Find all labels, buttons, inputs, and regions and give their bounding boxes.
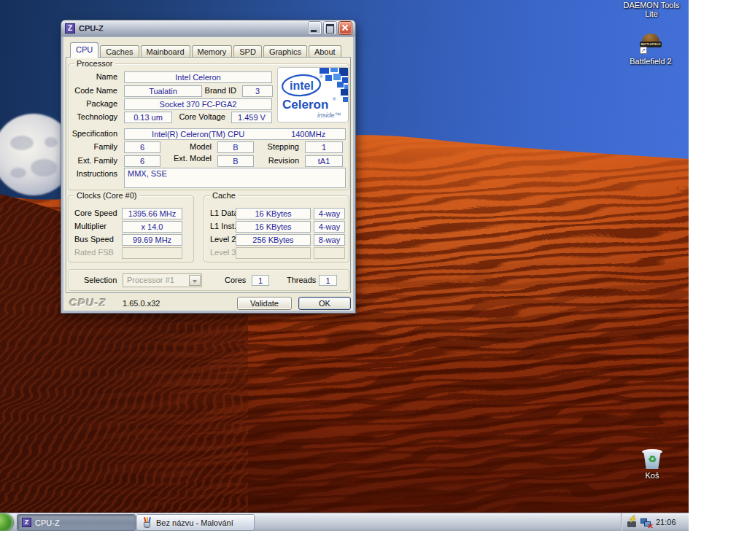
cpuz-window: Z CPU-Z CPU Caches Mainboard Memory SPD … bbox=[61, 20, 355, 313]
network-offline-tray-icon[interactable]: ✕ bbox=[640, 517, 652, 528]
desktop: DAEMON Tools Lite BATTLEFIELD ↗ Battlefi… bbox=[0, 0, 689, 531]
minimize-button[interactable] bbox=[309, 22, 321, 34]
cpuz-icon: Z bbox=[22, 518, 31, 527]
tab-cpu[interactable]: CPU bbox=[70, 42, 98, 58]
specification-text: Intel(R) Celeron(TM) CPU bbox=[125, 129, 271, 139]
icon-label: Battlefield 2 bbox=[627, 57, 675, 66]
chevron-down-icon bbox=[189, 275, 201, 286]
tab-mainboard[interactable]: Mainboard bbox=[141, 45, 190, 58]
intel-wordmark: intel bbox=[290, 79, 314, 92]
taskbar-button-cpuz[interactable]: Z CPU-Z bbox=[18, 515, 135, 530]
tab-graphics[interactable]: Graphics bbox=[263, 45, 307, 58]
intel-celeron-logo: intel ® Celeron ® inside™ bbox=[277, 67, 349, 122]
level2-assoc-field: 8-way bbox=[314, 234, 345, 246]
level2-label: Level 2 bbox=[210, 235, 236, 244]
name-field: Intel Celeron bbox=[124, 71, 272, 83]
model-label: Model bbox=[156, 142, 214, 152]
cup-shape bbox=[144, 522, 150, 528]
desktop-icon-battlefield2[interactable]: BATTLEFIELD ↗ Battlefield 2 bbox=[627, 32, 675, 66]
version-text: 1.65.0.x32 bbox=[123, 299, 160, 308]
validate-button[interactable]: Validate bbox=[237, 297, 292, 310]
core-speed-field: 1395.66 MHz bbox=[122, 208, 182, 219]
instructions-field: MMX, SSE bbox=[124, 168, 346, 188]
close-button[interactable] bbox=[339, 22, 352, 34]
multiplier-field: x 14.0 bbox=[122, 221, 182, 233]
taskbar-button-label: Bez názvu - Malování bbox=[156, 518, 233, 527]
icon-label: Koš bbox=[638, 471, 666, 480]
daemon-tools-tray-icon[interactable]: ⚡ bbox=[627, 517, 638, 528]
ext-family-field: 6 bbox=[124, 155, 160, 167]
group-title: Cache bbox=[210, 191, 238, 200]
revision-label: Revision bbox=[244, 156, 302, 166]
maximize-button[interactable] bbox=[324, 22, 336, 34]
brand-id-label: Brand ID bbox=[181, 86, 239, 96]
brand-id-field: 3 bbox=[242, 85, 273, 97]
window-title: CPU-Z bbox=[79, 24, 306, 33]
revision-field: tA1 bbox=[305, 155, 343, 167]
stepping-field: 1 bbox=[305, 141, 343, 153]
desktop-icon-recycle-bin[interactable]: ♻ Koš bbox=[638, 448, 666, 480]
screen: DAEMON Tools Lite BATTLEFIELD ↗ Battlefi… bbox=[0, 0, 747, 560]
code-name-label: Code Name bbox=[69, 86, 120, 96]
registered-mark: ® bbox=[320, 74, 323, 79]
level3-size-field bbox=[236, 247, 311, 259]
taskbar-button-paint[interactable]: Bez názvu - Malování bbox=[137, 515, 254, 530]
technology-field: 0.13 um bbox=[124, 112, 172, 123]
rated-fsb-field bbox=[122, 247, 182, 259]
cores-field: 1 bbox=[252, 275, 269, 286]
tab-page-cpu: Processor Name Intel Celeron Code Name T… bbox=[66, 57, 351, 293]
selection-group: Selection Processor #1 Cores 1 Threads 1 bbox=[68, 269, 349, 291]
bus-speed-field: 99.69 MHz bbox=[122, 234, 182, 246]
clocks-group: Clocks (Core #0) Core Speed 1395.66 MHz … bbox=[68, 195, 194, 262]
shortcut-arrow-icon: ↗ bbox=[640, 47, 647, 54]
inside-tagline: inside™ bbox=[317, 112, 341, 119]
cpuz-app-icon: Z bbox=[65, 23, 75, 34]
family-field: 6 bbox=[124, 141, 160, 153]
recycle-icon: ♻ bbox=[641, 454, 663, 464]
family-label: Family bbox=[69, 142, 120, 152]
icon-label: Lite bbox=[615, 9, 688, 18]
level2-size-field: 256 KBytes bbox=[236, 234, 311, 246]
l1-inst-assoc-field: 4-way bbox=[314, 221, 345, 233]
icon-label: DAEMON Tools bbox=[615, 1, 688, 9]
level3-assoc-field bbox=[314, 247, 345, 259]
lightning-icon: ⚡ bbox=[628, 515, 637, 523]
package-field: Socket 370 FC-PGA2 bbox=[124, 98, 272, 110]
specification-label: Specification bbox=[69, 129, 120, 139]
ok-button[interactable]: OK bbox=[298, 297, 351, 310]
technology-label: Technology bbox=[69, 112, 120, 122]
instructions-label: Instructions bbox=[69, 169, 120, 179]
threads-label: Threads bbox=[287, 276, 316, 285]
recycle-bin-icon: ♻ bbox=[641, 448, 663, 470]
rated-fsb-label: Rated FSB bbox=[74, 248, 114, 257]
paint-icon bbox=[142, 517, 152, 528]
group-title: Clocks (Core #0) bbox=[74, 191, 139, 200]
tab-caches[interactable]: Caches bbox=[100, 45, 139, 58]
multiplier-label: Multiplier bbox=[74, 222, 107, 231]
start-button[interactable] bbox=[0, 513, 13, 531]
dialog-body: CPU Caches Mainboard Memory SPD Graphics… bbox=[63, 37, 353, 311]
specification-field: Intel(R) Celeron(TM) CPU 1400MHz bbox=[124, 128, 346, 140]
ext-family-label: Ext. Family bbox=[69, 156, 120, 166]
processor-select: Processor #1 bbox=[123, 273, 202, 287]
l1-data-size-field: 16 KBytes bbox=[236, 208, 311, 219]
core-voltage-field: 1.459 V bbox=[231, 112, 272, 123]
titlebar[interactable]: Z CPU-Z bbox=[61, 20, 355, 36]
tab-spd[interactable]: SPD bbox=[233, 45, 262, 58]
tab-memory[interactable]: Memory bbox=[192, 45, 233, 58]
l1-inst-size-field: 16 KBytes bbox=[236, 221, 311, 233]
l1-inst-label: L1 Inst. bbox=[210, 222, 236, 231]
processor-group: Processor Name Intel Celeron Code Name T… bbox=[68, 63, 349, 190]
bus-speed-label: Bus Speed bbox=[74, 235, 114, 244]
core-speed-label: Core Speed bbox=[74, 209, 117, 218]
registered-mark: ® bbox=[333, 97, 336, 101]
cache-group: Cache L1 Data 16 KBytes 4-way L1 Inst. 1… bbox=[204, 195, 349, 262]
desktop-icon-daemon-tools[interactable]: DAEMON Tools Lite bbox=[615, 1, 688, 18]
l1-data-label: L1 Data bbox=[210, 209, 239, 218]
celeron-wordmark: Celeron bbox=[282, 98, 328, 112]
group-title: Processor bbox=[74, 59, 115, 68]
cpuz-brand-logo: CPU-Z bbox=[69, 296, 107, 308]
core-voltage-label: Core Voltage bbox=[170, 112, 228, 122]
tab-about[interactable]: About bbox=[309, 45, 341, 58]
tab-strip: CPU Caches Mainboard Memory SPD Graphics… bbox=[70, 42, 343, 58]
